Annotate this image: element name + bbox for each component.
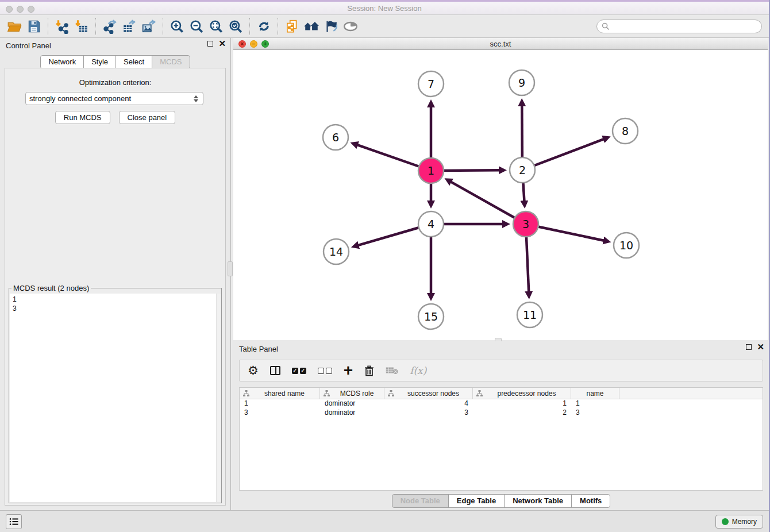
optimization-criterion-label: Optimization criterion: [5, 78, 225, 87]
control-panel: Control Panel ✕ NetworkStyleSelectMCDS O… [0, 38, 231, 510]
tab-network-table[interactable]: Network Table [504, 494, 572, 508]
network-graph[interactable]: 7968124314101511 [233, 50, 768, 340]
tab-select[interactable]: Select [116, 55, 152, 69]
cyndex-home-button[interactable] [302, 17, 321, 36]
unselect-all-columns-icon[interactable] [318, 368, 332, 374]
float-panel-icon[interactable] [207, 41, 213, 47]
apply-layout-button[interactable] [254, 17, 274, 36]
node-15[interactable]: 15 [418, 304, 444, 329]
control-panel-title: Control Panel [6, 41, 51, 50]
export-network-button[interactable] [100, 17, 120, 36]
column-header-MCDS-role[interactable]: MCDS role [320, 388, 384, 399]
export-table-button[interactable] [120, 17, 139, 36]
table-panel-title: Table Panel [239, 345, 278, 353]
table-row[interactable]: 3dominator323 [240, 408, 763, 418]
save-session-button[interactable] [24, 17, 44, 36]
tab-network[interactable]: Network [40, 55, 84, 69]
node-11[interactable]: 11 [517, 302, 542, 327]
table-cell[interactable]: dominator [320, 399, 384, 408]
import-network-button[interactable] [52, 17, 72, 36]
svg-text:3: 3 [522, 218, 529, 230]
table-toolbar: ⚙ ✓✓ + [239, 360, 763, 381]
close-panel-button[interactable]: Close panel [119, 111, 176, 124]
table-cell[interactable]: 1 [240, 399, 320, 408]
tab-mcds[interactable]: MCDS [152, 55, 190, 69]
table-settings-gear-icon[interactable]: ⚙ [248, 365, 259, 376]
open-folder-icon [7, 19, 22, 34]
zoom-out-button[interactable] [187, 17, 206, 36]
network-canvas[interactable]: 7968124314101511 [233, 50, 768, 340]
memory-status-icon [722, 518, 729, 525]
tab-style[interactable]: Style [83, 55, 116, 69]
vertical-splitter-grip[interactable] [228, 261, 233, 276]
open-session-button[interactable] [5, 17, 24, 36]
network-window-titlebar[interactable]: × − + scc.txt [233, 38, 768, 50]
node-10[interactable]: 10 [614, 233, 639, 258]
svg-text:8: 8 [622, 125, 629, 137]
svg-text:6: 6 [332, 131, 339, 144]
network-window: × − + scc.txt 7968124314101511 [233, 38, 768, 340]
node-6[interactable]: 6 [323, 125, 348, 150]
column-header-shared-name[interactable]: shared name [240, 388, 320, 399]
float-table-panel-icon[interactable] [746, 344, 752, 350]
eye-icon [342, 19, 359, 34]
node-1[interactable]: 1 [418, 158, 444, 183]
table-cell[interactable]: 3 [384, 408, 473, 418]
table-cell[interactable]: dominator [320, 408, 384, 418]
close-panel-icon[interactable]: ✕ [218, 40, 226, 47]
titlebar: Session: New Session [0, 0, 769, 15]
column-header-successor-nodes[interactable]: successor nodes [384, 388, 473, 399]
svg-text:9: 9 [518, 76, 525, 89]
node-14[interactable]: 14 [324, 239, 349, 264]
tab-edge-table[interactable]: Edge Table [448, 494, 505, 508]
node-3[interactable]: 3 [513, 211, 538, 237]
run-mcds-button[interactable]: Run MCDS [55, 111, 110, 124]
memory-button[interactable]: Memory [715, 515, 763, 529]
optimization-criterion-select[interactable]: strongly connected component [25, 92, 203, 105]
svg-text:7: 7 [428, 78, 434, 90]
mcds-result-textarea[interactable]: 1 3 [10, 294, 221, 502]
export-image-button[interactable] [139, 17, 159, 36]
export-table-icon [122, 19, 137, 34]
column-header-predecessor-nodes[interactable]: predecessor nodes [473, 388, 571, 399]
select-all-columns-icon[interactable]: ✓✓ [292, 368, 306, 374]
zoom-selected-button[interactable] [226, 17, 245, 36]
tab-motifs[interactable]: Motifs [571, 494, 610, 508]
add-column-icon[interactable]: + [344, 364, 353, 377]
zoom-fit-button[interactable] [206, 17, 226, 36]
column-header-name[interactable]: name [571, 388, 619, 399]
new-network-from-selection-button[interactable] [282, 17, 302, 36]
zoom-selected-icon [228, 19, 243, 34]
node-9[interactable]: 9 [509, 70, 534, 95]
export-image-icon [141, 19, 156, 34]
result-scrollbar[interactable] [216, 294, 221, 502]
delete-column-icon[interactable] [364, 365, 374, 376]
application-window: Session: New Session [0, 0, 770, 532]
table-header-row: shared nameMCDS rolesuccessor nodesprede… [240, 388, 763, 399]
search-input[interactable] [610, 22, 761, 30]
import-table-button[interactable] [72, 17, 91, 36]
table-cell[interactable]: 2 [473, 408, 571, 418]
zoom-out-icon [189, 19, 204, 34]
table-cell[interactable]: 1 [571, 399, 619, 408]
search-box[interactable] [596, 20, 762, 33]
table-cell[interactable]: 3 [240, 408, 320, 418]
node-table: shared nameMCDS rolesuccessor nodesprede… [239, 387, 763, 491]
table-cell[interactable]: 3 [571, 408, 619, 418]
flag-toggle-button[interactable] [321, 17, 341, 36]
node-4[interactable]: 4 [418, 211, 444, 237]
tab-node-table[interactable]: Node Table [392, 494, 449, 508]
node-8[interactable]: 8 [613, 118, 638, 144]
column-selector-icon[interactable] [270, 366, 280, 375]
table-cell[interactable]: 4 [384, 399, 473, 408]
table-row[interactable]: 1dominator411 [240, 399, 763, 408]
main-toolbar [0, 15, 769, 38]
task-history-button[interactable] [6, 514, 22, 529]
node-2[interactable]: 2 [510, 157, 535, 183]
zoom-in-button[interactable] [167, 17, 187, 36]
graphics-details-button[interactable] [341, 17, 360, 36]
close-table-panel-icon[interactable]: ✕ [757, 344, 764, 350]
node-7[interactable]: 7 [418, 71, 444, 97]
table-cell[interactable]: 1 [473, 399, 571, 408]
window-title: Session: New Session [0, 4, 769, 13]
